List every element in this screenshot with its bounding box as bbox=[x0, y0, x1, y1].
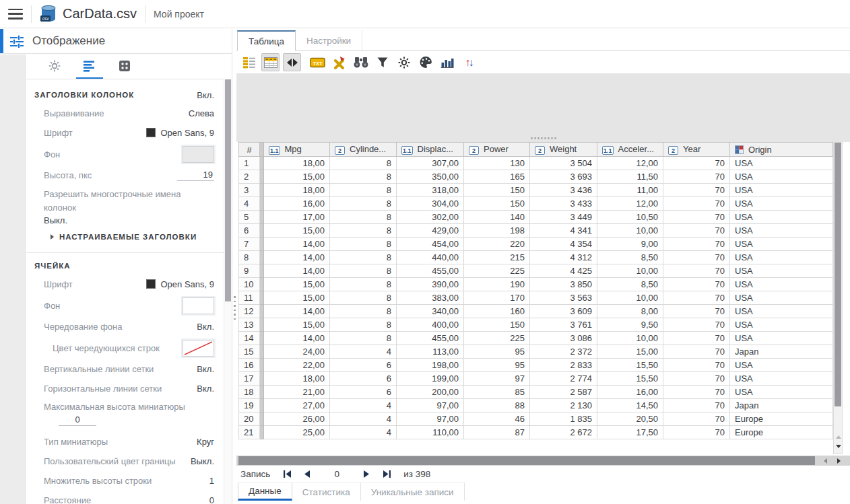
cell[interactable]: 8 bbox=[330, 251, 397, 264]
cell[interactable]: 307,00 bbox=[397, 157, 464, 170]
alignment-value[interactable]: Слева bbox=[189, 108, 214, 118]
cell[interactable]: 70 bbox=[663, 211, 730, 224]
cell[interactable]: 16,00 bbox=[264, 197, 330, 211]
horizontal-scrollbar[interactable] bbox=[236, 456, 850, 466]
cell[interactable]: 455,00 bbox=[397, 332, 464, 345]
cell[interactable]: 199,00 bbox=[397, 372, 464, 386]
cell[interactable]: 110,00 bbox=[397, 426, 464, 439]
row-number-header[interactable]: # bbox=[239, 143, 260, 157]
cell[interactable]: 2 372 bbox=[530, 345, 597, 359]
last-record-button[interactable] bbox=[377, 468, 397, 481]
row-number[interactable]: 21 bbox=[239, 426, 260, 439]
cell[interactable]: 8 bbox=[330, 211, 397, 224]
cell[interactable]: 8 bbox=[330, 318, 397, 332]
cell[interactable]: 455,00 bbox=[397, 264, 464, 278]
cell[interactable]: 454,00 bbox=[397, 238, 464, 251]
cell[interactable]: 70 bbox=[663, 332, 730, 345]
row-number[interactable]: 13 bbox=[239, 318, 260, 332]
row-number[interactable]: 15 bbox=[239, 345, 260, 359]
horizontal-scrollbar-thumb[interactable] bbox=[238, 456, 815, 465]
cell[interactable]: 6 bbox=[330, 386, 397, 399]
cell[interactable]: 14,00 bbox=[264, 264, 330, 278]
alt-background-toggle[interactable]: Вкл. bbox=[197, 322, 214, 332]
cell[interactable]: 10,00 bbox=[597, 224, 663, 238]
filter-button[interactable] bbox=[373, 53, 391, 71]
tab-statistics[interactable]: Статистика bbox=[292, 482, 361, 501]
vertical-scrollbar[interactable] bbox=[833, 142, 843, 454]
breadcrumb[interactable]: Мой проект bbox=[154, 9, 204, 20]
cell[interactable]: 400,00 bbox=[397, 318, 464, 332]
cell[interactable]: 165 bbox=[464, 170, 530, 184]
column-header-mpg[interactable]: 1.1Mpg bbox=[264, 143, 330, 157]
column-headers-toggle[interactable]: Вкл. bbox=[197, 90, 214, 100]
cell[interactable]: 8 bbox=[330, 305, 397, 318]
header-background-swatch[interactable] bbox=[183, 146, 214, 163]
cell[interactable]: 70 bbox=[663, 412, 730, 426]
cell[interactable]: 8,50 bbox=[597, 251, 663, 264]
cell[interactable]: 2 672 bbox=[530, 426, 597, 439]
cell[interactable]: 4 312 bbox=[530, 251, 597, 264]
cell[interactable]: 70 bbox=[663, 426, 730, 439]
cell[interactable]: 3 693 bbox=[530, 170, 597, 184]
cell[interactable]: 3 086 bbox=[530, 332, 597, 345]
scroll-right-arrow[interactable] bbox=[837, 458, 841, 464]
cell[interactable]: 26,00 bbox=[264, 412, 330, 426]
cell[interactable]: USA bbox=[730, 224, 833, 238]
cell[interactable]: 70 bbox=[663, 157, 730, 170]
cell[interactable]: 2 130 bbox=[530, 399, 597, 412]
column-header-acceler[interactable]: 1.1Acceler... bbox=[597, 143, 663, 157]
cell[interactable]: 70 bbox=[663, 251, 730, 264]
cell[interactable]: USA bbox=[730, 170, 833, 184]
cell[interactable]: 21,00 bbox=[264, 386, 330, 399]
column-header-origin[interactable]: Origin bbox=[730, 143, 833, 157]
custom-border-color-toggle[interactable]: Выкл. bbox=[191, 456, 214, 466]
cell[interactable]: 8 bbox=[330, 264, 397, 278]
cell[interactable]: 70 bbox=[663, 224, 730, 238]
cell[interactable]: 2 774 bbox=[530, 372, 597, 386]
cell[interactable]: 15,00 bbox=[264, 278, 330, 291]
color-settings-button[interactable] bbox=[416, 53, 434, 71]
row-number[interactable]: 5 bbox=[239, 211, 260, 224]
cell[interactable]: 150 bbox=[464, 184, 530, 197]
cell[interactable]: 190 bbox=[464, 278, 530, 291]
cell[interactable]: 12,00 bbox=[597, 157, 663, 170]
cell[interactable]: 130 bbox=[464, 157, 530, 170]
cell[interactable]: 215 bbox=[464, 251, 530, 264]
row-number[interactable]: 4 bbox=[239, 197, 260, 211]
cell[interactable]: USA bbox=[730, 197, 833, 211]
cell[interactable]: 8 bbox=[330, 184, 397, 197]
cell[interactable]: 4 bbox=[330, 412, 397, 426]
cell[interactable]: 18,00 bbox=[264, 184, 330, 197]
cell[interactable]: USA bbox=[730, 318, 833, 332]
cell[interactable]: 9,50 bbox=[597, 318, 663, 332]
cell[interactable]: 140 bbox=[464, 211, 530, 224]
cell[interactable]: 97,00 bbox=[397, 412, 464, 426]
cell[interactable]: 225 bbox=[464, 264, 530, 278]
tab-general-settings[interactable] bbox=[41, 55, 68, 79]
tab-cell-display[interactable] bbox=[111, 55, 138, 79]
cell[interactable]: 17,00 bbox=[264, 211, 330, 224]
scroll-left-arrow[interactable] bbox=[824, 458, 827, 464]
cell[interactable]: Japan bbox=[730, 399, 833, 412]
vertical-gridlines-toggle[interactable]: Вкл. bbox=[197, 364, 214, 374]
cell[interactable]: 3 609 bbox=[530, 305, 597, 318]
cell[interactable]: 4 bbox=[330, 399, 397, 412]
cell[interactable]: 70 bbox=[663, 264, 730, 278]
first-record-button[interactable] bbox=[277, 468, 297, 481]
column-header-cylinde[interactable]: 2Cylinde... bbox=[330, 143, 397, 157]
cell[interactable]: 160 bbox=[464, 305, 530, 318]
row-number[interactable]: 9 bbox=[239, 264, 260, 278]
cell[interactable]: 6 bbox=[330, 372, 397, 386]
cell[interactable]: 85 bbox=[464, 386, 530, 399]
column-header-year[interactable]: 2Year bbox=[663, 143, 730, 157]
row-number[interactable]: 3 bbox=[239, 184, 260, 197]
cell[interactable]: 70 bbox=[663, 359, 730, 372]
thumb-max-height-input[interactable]: 0 bbox=[59, 415, 96, 426]
cell[interactable]: 198,00 bbox=[397, 359, 464, 372]
cell[interactable]: 304,00 bbox=[397, 197, 464, 211]
cell[interactable]: 11,50 bbox=[597, 170, 663, 184]
column-headers-button[interactable] bbox=[261, 53, 280, 71]
cell[interactable]: 302,00 bbox=[397, 211, 464, 224]
header-font-value[interactable]: Open Sans, 9 bbox=[146, 128, 215, 138]
scroll-down-arrow[interactable] bbox=[836, 445, 841, 448]
